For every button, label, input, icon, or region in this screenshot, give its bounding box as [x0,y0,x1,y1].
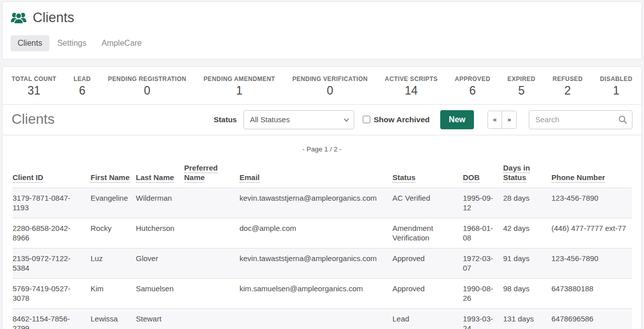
column-sort-link[interactable]: Status [392,173,416,183]
status-filter-select[interactable]: All Statuses [244,110,354,129]
column-sort-link[interactable]: Last Name [136,173,174,183]
column-header-status: Status [392,156,463,188]
column-sort-link[interactable]: DOB [463,173,479,183]
cell-phone_number: 6478696586 [551,308,632,329]
cell-email: kim.samuelsen@ampleorganics.com [239,278,392,308]
show-archived-checkbox[interactable] [363,116,370,123]
cell-days_in_status: 91 days [503,248,551,278]
cell-preferred_name [184,218,239,248]
tab-settings[interactable]: Settings [50,35,94,51]
stat-value: 14 [385,84,438,98]
cell-status: Lead [392,308,463,329]
cell-preferred_name [184,308,239,329]
cell-last_name: Glover [136,248,184,278]
cell-phone_number: 123-456-7890 [551,248,632,278]
column-header-email: Email [239,156,392,188]
cell-last_name: Wilderman [136,188,184,218]
column-header-days_in_status: Days in Status [503,156,551,188]
page-indicator: - Page 1 / 2 - [13,135,631,156]
column-sort-link[interactable]: Preferred Name [184,163,218,183]
show-archived-control[interactable]: Show Archived [363,115,430,124]
cell-last_name: Samuelsen [136,278,184,308]
new-client-button[interactable]: New [440,110,474,129]
stat-disabled: DISABLED1 [600,75,632,98]
cell-last_name: Hutcherson [136,218,184,248]
status-filter-wrap: All Statuses [244,110,354,129]
tab-amplecare[interactable]: AmpleCare [95,35,149,51]
page-header: Clients ClientsSettingsAmpleCare [2,2,642,59]
cell-first_name: Lewissa [91,308,136,329]
stat-label: DISABLED [600,75,632,83]
column-header-dob: DOB [463,156,503,188]
stat-lead: LEAD6 [73,75,91,98]
stat-label: REFUSED [552,75,583,83]
clients-users-icon [11,11,27,25]
show-archived-label: Show Archived [374,115,430,124]
stat-label: APPROVED [455,75,491,83]
stat-value: 0 [292,84,368,98]
column-sort-link[interactable]: Client ID [13,173,43,183]
cell-client_id: 2280-6858-2042-8966 [13,218,91,248]
cell-first_name: Kim [91,278,136,308]
stat-value: 6 [455,84,491,98]
stat-label: PENDING VERIFICATION [292,75,368,83]
stat-active-scripts: ACTIVE SCRIPTS14 [385,75,438,98]
search-input[interactable] [529,110,632,129]
cell-dob: 1972-03-07 [463,248,503,278]
cell-email [239,308,392,329]
column-sort-link[interactable]: First Name [91,173,130,183]
stat-label: PENDING AMENDMENT [203,75,275,83]
cell-first_name: Luz [91,248,136,278]
column-sort-link[interactable]: Days in Status [503,163,530,183]
search-wrap [529,110,632,129]
cell-email: kevin.tawaststjerna@ampleorganics.com [239,248,392,278]
status-counts-bar: TOTAL COUNT31LEAD6PENDING REGISTRATION0P… [3,67,641,104]
cell-phone_number: 6473880188 [551,278,632,308]
cell-status: Approved [392,278,463,308]
table-row[interactable]: 2135-0972-7122-5384LuzGloverkevin.tawast… [13,248,632,278]
stat-label: LEAD [73,75,91,83]
next-page-button[interactable]: » [502,111,516,128]
clients-panel: TOTAL COUNT31LEAD6PENDING REGISTRATION0P… [2,66,642,329]
previous-page-button[interactable]: « [488,111,502,128]
cell-email: doc@ample.com [239,218,392,248]
table-row[interactable]: 5769-7419-0527-3078KimSamuelsenkim.samue… [13,278,632,308]
column-header-client_id: Client ID [13,156,91,188]
stat-label: PENDING REGISTRATION [108,75,187,83]
column-header-preferred_name: Preferred Name [184,156,239,188]
cell-dob: 1993-03-24 [463,308,503,329]
stat-value: 1 [203,84,275,98]
column-header-first_name: First Name [91,156,136,188]
section-heading: Clients [12,112,214,127]
cell-phone_number: (446) 477-7777 ext-77 [551,218,632,248]
clients-table: Client IDFirst NameLast NamePreferred Na… [13,156,632,329]
cell-first_name: Evangeline [91,188,136,218]
column-sort-link[interactable]: Email [239,173,260,183]
cell-dob: 1995-09-12 [463,188,503,218]
stat-label: EXPIRED [508,75,535,83]
stat-value: 0 [108,84,187,98]
stat-value: 5 [508,84,535,98]
cell-days_in_status: 131 days [503,308,551,329]
cell-dob: 1968-01-08 [463,218,503,248]
cell-client_id: 8462-1154-7856-2799 [13,308,91,329]
stat-pending-verification: PENDING VERIFICATION0 [292,75,368,98]
table-row[interactable]: 2280-6858-2042-8966RockyHutchersondoc@am… [13,218,632,248]
stat-value: 1 [600,84,632,98]
column-header-phone_number: Phone Number [551,156,632,188]
table-header-row: Client IDFirst NameLast NamePreferred Na… [13,156,632,188]
stat-value: 6 [73,84,91,98]
stat-expired: EXPIRED5 [508,75,535,98]
cell-last_name: Stewart [136,308,184,329]
table-row[interactable]: 8462-1154-7856-2799LewissaStewartLead199… [13,308,632,329]
title-row: Clients [11,11,633,26]
cell-email: kevin.tawaststjerna@ampleorganics.com [239,188,392,218]
cell-first_name: Rocky [91,218,136,248]
column-sort-link[interactable]: Phone Number [551,173,605,183]
stat-approved: APPROVED6 [455,75,491,98]
stat-label: TOTAL COUNT [12,75,56,83]
cell-status: AC Verified [392,188,463,218]
table-row[interactable]: 3179-7871-0847-1193EvangelineWildermanke… [13,188,632,218]
tab-clients[interactable]: Clients [11,35,49,51]
page-title: Clients [33,11,74,26]
